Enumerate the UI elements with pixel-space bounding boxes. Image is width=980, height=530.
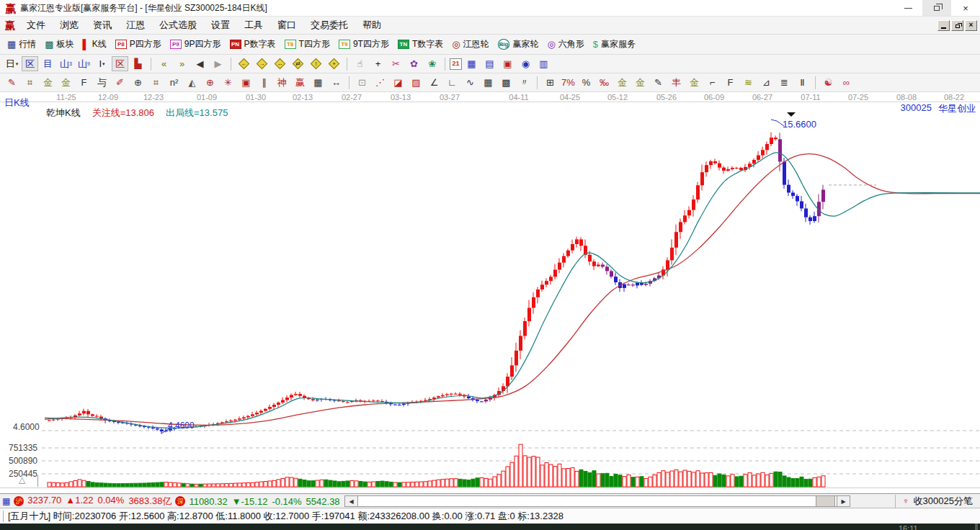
pan-left-button[interactable]: ←: [236, 56, 252, 71]
qiankun-pattern-button[interactable]: 区: [22, 56, 38, 71]
scrollbar-left-arrow[interactable]: ◀: [345, 496, 358, 506]
gold-bar-button[interactable]: 金: [632, 75, 649, 90]
double-line-button[interactable]: ∥: [256, 75, 272, 90]
f-angle-button[interactable]: F: [722, 75, 739, 90]
speed-line-button[interactable]: ⊿: [758, 75, 775, 90]
fibonacci-button[interactable]: F: [76, 75, 92, 90]
chart-canvas[interactable]: [0, 92, 980, 493]
zoom-v-button[interactable]: ↕: [308, 56, 324, 71]
menu-item-2[interactable]: 资讯: [86, 19, 119, 32]
percent-line-button[interactable]: ‰: [596, 75, 612, 90]
quote-list-icon[interactable]: ▦: [2, 496, 10, 506]
menu-item-5[interactable]: 设置: [204, 19, 237, 32]
quad-tool-button[interactable]: Ⅱ: [794, 75, 811, 90]
pitchfork-button[interactable]: 丰: [668, 75, 685, 90]
go-last-button[interactable]: »: [174, 56, 190, 71]
menu-item-4[interactable]: 公式选股: [152, 19, 204, 32]
mdi-minimize-button[interactable]: [937, 20, 950, 31]
brush-button[interactable]: ✎: [4, 75, 20, 90]
toolbar-winner-service[interactable]: $赢家服务: [593, 38, 636, 50]
toolbar-p-square[interactable]: P8P四方形: [115, 38, 161, 50]
gann-flower-button[interactable]: ✿: [406, 56, 422, 71]
star-burst-button[interactable]: ✳: [220, 75, 236, 90]
fan-box-button[interactable]: ◪: [390, 75, 406, 90]
width-measure-button[interactable]: ↔: [328, 75, 344, 90]
zigzag-button[interactable]: ∿: [462, 75, 478, 90]
taskbar-show-desktop[interactable]: [975, 524, 978, 530]
j-angle-button[interactable]: ⌐: [704, 75, 721, 90]
shen-tool-button[interactable]: 神: [274, 75, 290, 90]
go-first-button[interactable]: «: [156, 56, 172, 71]
toolbar-sectors[interactable]: ▩板块: [45, 38, 74, 50]
ying-tool-button[interactable]: 赢: [292, 75, 308, 90]
hand-tool-button[interactable]: ☝: [352, 56, 368, 71]
spiral-button[interactable]: 与: [94, 75, 110, 90]
gold-angle-button[interactable]: 金: [686, 75, 703, 90]
toolbar-hexagon[interactable]: ◎六角形: [547, 38, 584, 50]
mirror-angle-button[interactable]: ◭: [184, 75, 200, 90]
single-kline-button[interactable]: I▾: [94, 56, 110, 71]
restore-button[interactable]: [922, 0, 951, 16]
toolbar-9t-square[interactable]: T99T四方形: [339, 38, 389, 50]
time-circle-button[interactable]: ⊕: [130, 75, 146, 90]
brush-red-button[interactable]: ✐: [112, 75, 128, 90]
grid-box-1-button[interactable]: ▦: [480, 75, 496, 90]
toolbar-gann-wheel[interactable]: ◎江恩轮: [452, 38, 489, 50]
select-box-button[interactable]: ⊡: [354, 75, 370, 90]
ink-brush-button[interactable]: ✎: [650, 75, 667, 90]
scroll-left-triangle[interactable]: △: [19, 475, 25, 485]
menu-item-8[interactable]: 交易委托: [303, 19, 355, 32]
zoom-all-button[interactable]: +: [326, 56, 342, 71]
grid-box-2-button[interactable]: ▩: [498, 75, 514, 90]
crosshair-tool-button[interactable]: +: [370, 56, 386, 71]
toolbar-9p-square[interactable]: P99P四方形: [170, 38, 221, 50]
swap-view-button[interactable]: ⇄: [290, 56, 306, 71]
gold-circle-button[interactable]: 金: [614, 75, 631, 90]
save-button[interactable]: ▣: [499, 56, 516, 71]
color-chart-button[interactable]: ▙: [130, 56, 146, 71]
ruler-grid-button[interactable]: ▦: [310, 75, 326, 90]
menu-item-0[interactable]: 文件: [19, 19, 53, 32]
mdi-restore-button[interactable]: [951, 20, 963, 31]
scrollbar-right-arrow[interactable]: ▶: [837, 496, 850, 506]
price-ladder-button[interactable]: ⊞: [542, 75, 558, 90]
angle-line-button[interactable]: ∠: [426, 75, 442, 90]
menu-item-7[interactable]: 窗口: [270, 19, 303, 32]
toolbar-quotes[interactable]: ▦行情: [7, 38, 36, 50]
boxed-grid-button[interactable]: ▣: [238, 75, 254, 90]
n-square-button[interactable]: n²: [166, 75, 182, 90]
info-list-button[interactable]: 目: [40, 56, 56, 71]
gann-fan-2-button[interactable]: ≣: [776, 75, 793, 90]
gann-target-button[interactable]: ⊕: [202, 75, 218, 90]
scrollbar-thumb[interactable]: [816, 496, 835, 506]
wave-9-button[interactable]: 山9: [76, 56, 92, 71]
qiankun-red-button[interactable]: 区: [112, 56, 128, 71]
gann-scale-button[interactable]: ⌗: [22, 75, 38, 90]
minimize-button[interactable]: [894, 0, 922, 16]
menu-item-3[interactable]: 江恩: [119, 19, 152, 32]
price-scale-button[interactable]: ⌗: [148, 75, 164, 90]
ray-lines-button[interactable]: 〃: [516, 75, 533, 90]
gold-section-2-button[interactable]: 金: [58, 75, 74, 90]
toolbar-p-table[interactable]: PNP数字表: [230, 38, 276, 50]
taiji-button[interactable]: ☯: [820, 75, 837, 90]
fan-lines-button[interactable]: ⋰: [372, 75, 388, 90]
close-button[interactable]: ×: [951, 0, 980, 16]
kline-type-button[interactable]: 日▾: [4, 56, 20, 71]
notepad-button[interactable]: ▤: [481, 56, 498, 71]
percent-retrace-button[interactable]: 7%: [560, 75, 576, 90]
toolbar-t-table[interactable]: TNT数字表: [398, 38, 443, 50]
pan-right-button[interactable]: →: [254, 56, 270, 71]
menu-item-1[interactable]: 浏览: [53, 19, 86, 32]
cut-tool-button[interactable]: ✂: [388, 56, 404, 71]
wave-3-button[interactable]: 山3: [58, 56, 74, 71]
menu-item-6[interactable]: 工具: [237, 19, 270, 32]
go-next-button[interactable]: ▶: [210, 56, 226, 71]
toolbar-kline[interactable]: ▌K线: [83, 38, 107, 50]
hatch-box-button[interactable]: ▨: [408, 75, 424, 90]
mdi-close-button[interactable]: ×: [965, 20, 977, 31]
gold-fan-button[interactable]: ≋: [740, 75, 757, 90]
go-prev-button[interactable]: ◀: [192, 56, 208, 71]
print-button[interactable]: ▥: [535, 56, 552, 71]
gold-section-1-button[interactable]: 金: [40, 75, 56, 90]
